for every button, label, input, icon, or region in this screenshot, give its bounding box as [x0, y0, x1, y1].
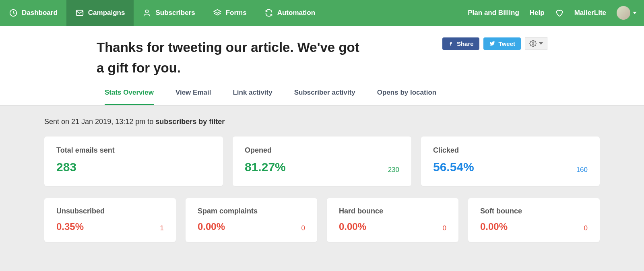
nav-subscribers[interactable]: Subscribers: [134, 0, 204, 26]
nav-help[interactable]: Help: [530, 9, 545, 17]
nav-plan-billing[interactable]: Plan and Billing: [468, 9, 519, 17]
sent-info: Sent on 21 Jan 2019, 13:12 pm to subscri…: [44, 118, 600, 126]
chevron-down-icon: [539, 42, 543, 45]
card-value: 56.54%: [433, 160, 474, 174]
secondary-stats-row: Unsubscribed 0.35% 1 Spam complaints 0.0…: [44, 198, 600, 242]
sent-target: subscribers by filter: [155, 118, 225, 126]
share-actions: Share Tweet: [442, 37, 592, 50]
nav-label: Subscribers: [155, 9, 195, 17]
card-unsubscribed[interactable]: Unsubscribed 0.35% 1: [44, 198, 176, 242]
content: Sent on 21 Jan 2019, 13:12 pm to subscri…: [0, 106, 644, 270]
primary-stats-row: Total emails sent 283 Opened 81.27% 230 …: [44, 137, 600, 186]
share-label: Share: [457, 40, 474, 47]
tab-view-email[interactable]: View Email: [175, 89, 211, 105]
tweet-label: Tweet: [499, 40, 515, 47]
card-label: Spam complaints: [198, 207, 305, 215]
tab-bar: Stats Overview View Email Link activity …: [52, 78, 592, 105]
card-count: 230: [388, 166, 399, 174]
card-clicked[interactable]: Clicked 56.54% 160: [421, 137, 600, 186]
tab-opens-by-location[interactable]: Opens by location: [377, 89, 436, 105]
refresh-icon: [264, 8, 273, 17]
card-label: Total emails sent: [56, 146, 211, 155]
card-value: 0.00%: [198, 221, 225, 232]
card-label: Hard bounce: [339, 207, 446, 215]
clock-icon: [9, 8, 18, 17]
svg-point-2: [146, 10, 149, 13]
tab-subscriber-activity[interactable]: Subscriber activity: [294, 89, 355, 105]
nav-brand[interactable]: MailerLite: [574, 9, 606, 17]
card-opened[interactable]: Opened 81.27% 230: [233, 137, 411, 186]
heart-icon[interactable]: [555, 8, 564, 17]
nav-dashboard[interactable]: Dashboard: [0, 0, 66, 26]
gear-icon: [529, 40, 537, 47]
mail-icon: [75, 8, 84, 17]
card-count: 160: [576, 166, 588, 174]
nav-campaigns[interactable]: Campaigns: [66, 0, 134, 26]
card-label: Soft bounce: [480, 207, 588, 215]
facebook-icon: [448, 41, 454, 46]
card-count: 0: [584, 224, 588, 232]
card-label: Opened: [245, 146, 399, 155]
card-value: 0.00%: [339, 221, 366, 232]
user-menu[interactable]: [617, 6, 637, 20]
avatar: [617, 6, 630, 20]
card-value: 81.27%: [245, 160, 286, 174]
tab-link-activity[interactable]: Link activity: [233, 89, 272, 105]
card-total-sent[interactable]: Total emails sent 283: [44, 137, 223, 186]
nav-label: Dashboard: [22, 9, 58, 17]
svg-point-3: [532, 43, 534, 45]
nav-automation[interactable]: Automation: [256, 0, 324, 26]
share-twitter-button[interactable]: Tweet: [483, 37, 521, 50]
nav-forms[interactable]: Forms: [204, 0, 256, 26]
card-spam[interactable]: Spam complaints 0.00% 0: [186, 198, 317, 242]
card-count: 0: [301, 224, 305, 232]
page-title: Thanks for tweeting our article. We've g…: [97, 37, 370, 78]
card-hard-bounce[interactable]: Hard bounce 0.00% 0: [327, 198, 458, 242]
card-value: 0.00%: [480, 221, 508, 232]
sent-prefix: Sent on 21 Jan 2019, 13:12 pm to: [44, 118, 155, 126]
chevron-down-icon: [633, 12, 637, 14]
card-label: Unsubscribed: [56, 207, 164, 215]
card-label: Clicked: [433, 146, 588, 155]
card-soft-bounce[interactable]: Soft bounce 0.00% 0: [468, 198, 600, 242]
tab-stats-overview[interactable]: Stats Overview: [105, 89, 154, 105]
nav-label: Automation: [277, 9, 315, 17]
card-value: 283: [56, 160, 76, 174]
nav-label: Campaigns: [88, 9, 125, 17]
top-nav: Dashboard Campaigns Subscribers Forms Au…: [0, 0, 644, 26]
share-facebook-button[interactable]: Share: [442, 37, 479, 50]
card-count: 1: [160, 224, 164, 232]
nav-label: Forms: [226, 9, 247, 17]
card-count: 0: [443, 224, 446, 232]
settings-dropdown[interactable]: [525, 37, 547, 50]
twitter-icon: [489, 40, 495, 47]
person-icon: [142, 8, 151, 17]
layers-icon: [213, 8, 222, 17]
nav-right: Plan and Billing Help MailerLite: [468, 6, 644, 20]
page-header: Thanks for tweeting our article. We've g…: [0, 26, 644, 106]
card-value: 0.35%: [56, 221, 84, 232]
